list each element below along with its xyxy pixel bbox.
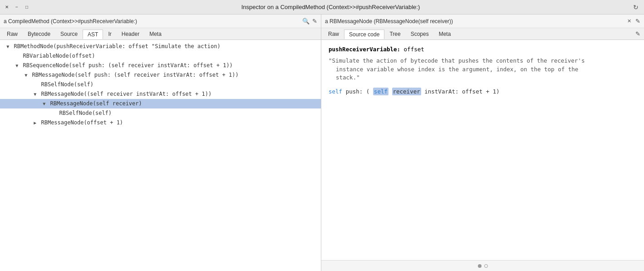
- nav-dot-2[interactable]: [484, 264, 488, 268]
- right-panel-header: a RBMessageNode (RBMessageNode(self rece…: [321, 15, 644, 28]
- source-content: pushReceiverVariable: offset "Simulate t…: [321, 40, 644, 260]
- window-controls: ✕ − □: [4, 4, 30, 10]
- tab-scopes[interactable]: Scopes: [406, 29, 434, 39]
- tab-meta-left[interactable]: Meta: [144, 29, 167, 39]
- tree-toggle[interactable]: ▶: [32, 119, 38, 127]
- title-bar: ✕ − □ Inspector on a CompiledMethod (Con…: [0, 0, 644, 15]
- source-comment-3: stack.": [329, 74, 637, 82]
- minimize-button[interactable]: −: [14, 4, 20, 10]
- tree-row[interactable]: ▶ RBMessageNode(offset + 1): [0, 118, 321, 128]
- left-panel-header: a CompiledMethod (Context>>#pushReceiver…: [0, 15, 321, 28]
- right-panel: a RBMessageNode (RBMessageNode(self rece…: [321, 15, 644, 271]
- source-comment-1: "Simulate the action of bytecode that pu…: [329, 57, 637, 65]
- tree-toggle: [32, 81, 38, 89]
- bottom-nav: [321, 260, 644, 271]
- tab-raw-right[interactable]: Raw: [323, 29, 344, 39]
- tree-row[interactable]: RBVariableNode(offset): [0, 51, 321, 61]
- tree-row[interactable]: ▼ RBMethodNode(pushReceiverVariable: off…: [0, 42, 321, 51]
- tree-row[interactable]: RBSelfNode(self): [0, 80, 321, 89]
- tab-source-left[interactable]: Source: [55, 29, 83, 39]
- source-method-signature: pushReceiverVariable: offset: [329, 45, 637, 54]
- tab-tree[interactable]: Tree: [384, 29, 405, 39]
- right-tab-edit-icon[interactable]: ✎: [634, 30, 642, 37]
- left-panel: a CompiledMethod (Context>>#pushReceiver…: [0, 15, 321, 271]
- refresh-button[interactable]: ↻: [631, 3, 640, 12]
- source-rest: instVarAt: offset + 1): [424, 88, 500, 95]
- source-comment-block: "Simulate the action of bytecode that pu…: [329, 57, 637, 82]
- tree-toggle[interactable]: ▼: [32, 90, 38, 99]
- tree-content: ▼ RBMethodNode(pushReceiverVariable: off…: [0, 40, 321, 271]
- right-panel-title: a RBMessageNode (RBMessageNode(self rece…: [325, 18, 623, 25]
- source-param: offset: [404, 46, 424, 53]
- right-panel-edit-icon[interactable]: ✎: [635, 18, 640, 25]
- tree-row-selected[interactable]: ▼ RBMessageNode(self receiver): [0, 99, 321, 108]
- tree-row[interactable]: RBSelfNode(self): [0, 108, 321, 118]
- tab-ast[interactable]: AST: [83, 30, 103, 39]
- source-code-line: self push: ( self receiver instVarAt: of…: [329, 88, 637, 96]
- tree-toggle[interactable]: ▼: [41, 100, 47, 108]
- left-tabs-bar: Raw Bytecode Source AST Ir Header Meta: [0, 28, 321, 40]
- tab-ir[interactable]: Ir: [103, 29, 116, 39]
- maximize-button[interactable]: □: [24, 4, 30, 10]
- tree-row[interactable]: ▼ RBSequenceNode(self push: (self receiv…: [0, 61, 321, 70]
- right-panel-close-tab[interactable]: ✕: [626, 18, 633, 25]
- source-receiver-highlight: receiver: [392, 88, 421, 95]
- right-tabs-bar: Raw Source code Tree Scopes Meta ✎: [321, 28, 644, 40]
- source-self-highlight: self: [373, 88, 388, 95]
- tab-raw-left[interactable]: Raw: [2, 29, 23, 39]
- tree-row[interactable]: ▼ RBMessageNode(self push: (self receive…: [0, 70, 321, 80]
- nav-dot-1[interactable]: [478, 264, 482, 268]
- main-content: a CompiledMethod (Context>>#pushReceiver…: [0, 15, 644, 271]
- left-panel-edit-icon[interactable]: ✎: [312, 18, 317, 25]
- left-panel-title: a CompiledMethod (Context>>#pushReceiver…: [4, 18, 300, 25]
- source-self-keyword: self: [329, 88, 342, 95]
- tab-source-code[interactable]: Source code: [344, 30, 384, 39]
- left-panel-search-icon[interactable]: 🔍: [302, 18, 310, 25]
- source-push-keyword: push: (: [346, 88, 370, 95]
- source-comment-2: instance variable whose index is the arg…: [329, 65, 637, 74]
- tree-toggle[interactable]: ▼: [14, 62, 20, 70]
- tree-toggle[interactable]: ▼: [5, 43, 10, 51]
- tree-toggle[interactable]: ▼: [23, 71, 29, 79]
- close-button[interactable]: ✕: [4, 4, 10, 10]
- tree-toggle: [50, 109, 56, 118]
- tab-meta-right[interactable]: Meta: [434, 29, 456, 39]
- tab-bytecode[interactable]: Bytecode: [23, 29, 55, 39]
- window-title: Inspector on a CompiledMethod (Context>>…: [30, 4, 631, 10]
- tree-toggle: [14, 52, 20, 60]
- tab-header[interactable]: Header: [117, 29, 144, 39]
- source-method-name: pushReceiverVariable:: [329, 46, 400, 53]
- tree-row[interactable]: ▼ RBMessageNode((self receiver instVarAt…: [0, 89, 321, 99]
